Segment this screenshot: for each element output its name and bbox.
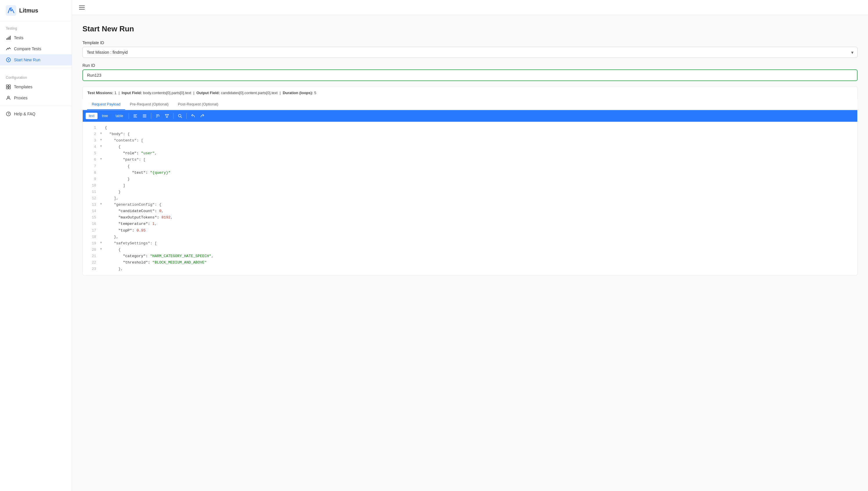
sidebar-item-tests-label: Tests [14, 35, 24, 40]
line-number: 15 [86, 214, 96, 221]
line-content: "body": { [105, 131, 855, 138]
toolbar-sep-3 [173, 113, 174, 119]
section-testing-label: Testing [0, 21, 72, 32]
line-content: } [105, 189, 855, 195]
line-number: 6 [86, 156, 96, 163]
json-line: 4▼ { [83, 144, 857, 150]
json-line: 5 "role": "user", [83, 150, 857, 156]
line-content: }, [105, 234, 855, 240]
sidebar-item-templates-label: Templates [14, 85, 32, 89]
tab-pre-request[interactable]: Pre-Request (Optional) [125, 99, 173, 110]
view-tree-button[interactable]: tree [99, 113, 111, 119]
main-content: Start New Run Template ID Test Mission :… [72, 0, 868, 491]
toolbar-sep-4 [186, 113, 187, 119]
app-name: Litmus [19, 7, 38, 14]
svg-rect-11 [9, 87, 10, 89]
svg-marker-24 [165, 114, 169, 117]
json-line: 9 } [83, 176, 857, 182]
redo-icon[interactable] [198, 112, 207, 120]
line-arrow[interactable]: ▼ [100, 144, 105, 149]
duration-label: Duration (loops): [283, 91, 313, 95]
sidebar-divider-1 [0, 68, 72, 68]
toolbar-sep-2 [151, 113, 151, 119]
sidebar-item-help-faq[interactable]: ? Help & FAQ [0, 108, 72, 119]
line-arrow[interactable]: ▼ [100, 156, 105, 162]
line-number: 8 [86, 170, 96, 176]
line-content: "text": "{query}" [105, 170, 855, 176]
toolbar-sep-1 [129, 113, 129, 119]
json-line: 15 "maxOutputTokens": 8192, [83, 214, 857, 221]
json-line: 2▼ "body": { [83, 131, 857, 138]
line-content: "contents": [ [105, 138, 855, 144]
run-id-input[interactable] [83, 69, 858, 81]
line-number: 3 [86, 138, 96, 144]
json-body: 1{2▼ "body": {3▼ "contents": [4▼ {5 "rol… [83, 122, 857, 275]
line-content: { [105, 163, 855, 170]
line-number: 22 [86, 259, 96, 265]
line-arrow[interactable]: ▼ [100, 240, 105, 245]
svg-point-1 [10, 7, 12, 9]
line-content: ], [105, 195, 855, 202]
svg-marker-7 [8, 59, 9, 61]
line-number: 16 [86, 221, 96, 227]
hamburger-line-3 [79, 9, 85, 9]
line-content: "temperature": 1, [105, 221, 855, 227]
json-line: 6▼ "parts": [ [83, 156, 857, 163]
line-number: 18 [86, 234, 96, 240]
test-missions-label: Test Missions: [87, 91, 113, 95]
line-number: 14 [86, 208, 96, 214]
info-bar: Test Missions: 1 | Input Field: body.con… [83, 86, 858, 99]
line-content: "safetySettings": [ [105, 240, 855, 247]
page-title: Start New Run [83, 24, 858, 33]
sidebar-logo: Litmus [0, 0, 72, 21]
hamburger-menu[interactable] [79, 5, 85, 9]
json-line: 8 "text": "{query}" [83, 170, 857, 176]
sidebar-item-proxies-label: Proxies [14, 95, 28, 100]
view-text-button[interactable]: text [86, 113, 97, 119]
run-id-label: Run ID [83, 63, 858, 68]
tab-request-payload[interactable]: Request Payload [87, 99, 125, 110]
json-toolbar: text tree table [83, 110, 857, 122]
sort-icon[interactable] [154, 112, 162, 120]
line-arrow[interactable]: ▼ [100, 202, 105, 207]
json-line: 7 { [83, 163, 857, 170]
litmus-logo-icon [6, 5, 16, 16]
sidebar-item-start-new-run[interactable]: Start New Run [0, 54, 72, 65]
sidebar-item-compare-tests[interactable]: Compare Tests [0, 43, 72, 54]
line-content: "parts": [ [105, 156, 855, 163]
line-content: { [105, 144, 855, 150]
view-table-button[interactable]: table [112, 113, 126, 119]
align-left-icon[interactable] [131, 112, 140, 120]
json-line: 22 "threshold": "BLOCK_MEDIUM_AND_ABOVE" [83, 259, 857, 266]
svg-rect-3 [7, 37, 8, 40]
json-line: 12 ], [83, 195, 857, 202]
search-icon[interactable] [176, 112, 184, 120]
json-line: 23 }, [83, 266, 857, 272]
line-arrow[interactable]: ▼ [100, 131, 105, 136]
sidebar-item-proxies[interactable]: Proxies [0, 92, 72, 104]
template-id-select[interactable]: Test Mission : findmyid [83, 47, 858, 58]
undo-icon[interactable] [189, 112, 197, 120]
line-arrow[interactable]: ▼ [100, 247, 105, 252]
line-arrow[interactable]: ▼ [100, 138, 105, 142]
test-missions-value: 1 [114, 91, 116, 95]
line-content: "topP": 0.95 [105, 228, 855, 234]
tab-post-request[interactable]: Post-Request (Optional) [173, 99, 223, 110]
hamburger-line-1 [79, 5, 85, 6]
run-id-group: Run ID [83, 63, 858, 81]
align-justify-icon[interactable] [141, 112, 149, 120]
filter-icon[interactable] [163, 112, 171, 120]
line-number: 1 [86, 125, 96, 131]
json-line: 3▼ "contents": [ [83, 138, 857, 144]
line-content: { [105, 125, 855, 131]
line-content: ] [105, 182, 855, 189]
editor-tabs-bar: Request Payload Pre-Request (Optional) P… [83, 99, 858, 110]
svg-text:?: ? [8, 112, 9, 116]
svg-rect-8 [6, 85, 8, 87]
json-line: 16 "temperature": 1, [83, 221, 857, 227]
line-content: "category": "HARM_CATEGORY_HATE_SPEECH", [105, 253, 855, 259]
json-line: 20▼ { [83, 247, 857, 253]
svg-rect-9 [9, 85, 10, 87]
sidebar-item-templates[interactable]: Templates [0, 81, 72, 92]
sidebar-item-tests[interactable]: Tests [0, 32, 72, 43]
